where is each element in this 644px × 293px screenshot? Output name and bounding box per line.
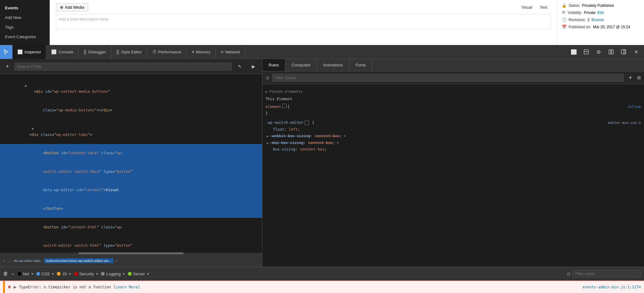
expand-triangle[interactable]: ▶ <box>25 83 27 88</box>
wp-content-area: ⊕ Add Media Visual Text Add a brief desc… <box>50 0 557 45</box>
colon-2: : <box>310 133 315 140</box>
css-rule-element: element { inline } <box>265 104 641 117</box>
logging-arrow[interactable]: ▼ <box>122 272 125 276</box>
semicolon-4: ; <box>324 146 327 153</box>
search-html-input[interactable] <box>14 63 232 70</box>
server-arrow[interactable]: ▼ <box>147 272 150 276</box>
security-dot <box>74 272 78 276</box>
security-arrow[interactable]: ▼ <box>95 272 98 276</box>
style-options-button[interactable]: ⊞ <box>637 75 641 80</box>
filter-security[interactable]: Security ▼ <box>74 272 99 276</box>
filter-icon: ⊘ <box>265 75 270 81</box>
tab-network[interactable]: ≡ Network <box>216 45 245 59</box>
sidebar-item-add-new[interactable]: Add New <box>0 13 50 22</box>
close-button[interactable]: ✕ <box>630 46 642 57</box>
css-rule-element-selector-line: element { inline <box>265 104 641 110</box>
settings-button[interactable]: ⚙ <box>593 46 604 57</box>
breadcrumb-item-1[interactable]: div.wp-editor-tabs <box>14 259 41 263</box>
grey-box-element[interactable] <box>282 104 287 108</box>
pseudo-expand[interactable]: ▶ <box>265 89 267 94</box>
css-prop-float: float : left ; <box>265 126 641 133</box>
dock-button[interactable] <box>581 46 592 57</box>
tab-fonts[interactable]: Fonts <box>350 59 373 71</box>
inline-label: inline <box>628 104 641 110</box>
css-dot <box>36 272 40 276</box>
text-tab[interactable]: Text <box>536 4 551 11</box>
filter-css[interactable]: CSS ▼ <box>36 272 55 276</box>
add-media-button[interactable]: ⊕ Add Media <box>56 3 88 11</box>
tab-debugger[interactable]: {} Debugger <box>79 45 111 59</box>
sidebar-item-event-categories[interactable]: Event Categories <box>0 32 50 42</box>
filter-output-input[interactable] <box>573 270 641 277</box>
tab-animations[interactable]: Animations <box>317 59 349 71</box>
element-picker-button[interactable] <box>0 45 12 59</box>
css-selector-wp-switch[interactable]: .wp-switch-editor <box>265 119 304 126</box>
filter-css-label: CSS <box>42 272 50 276</box>
overflow-button[interactable] <box>618 46 629 57</box>
revisions-browse-link[interactable]: Browse <box>592 18 604 22</box>
css-source-wp-switch: editor.min.css:1 <box>608 120 641 126</box>
revisions-label: Revisions: <box>569 18 586 22</box>
clear-console-button[interactable]: 🗑 <box>3 271 8 277</box>
js-arrow[interactable]: ▼ <box>69 272 72 276</box>
prop-float-value[interactable]: left <box>289 126 298 133</box>
svg-rect-3 <box>611 50 613 54</box>
sidebar-item-tags[interactable]: Tags <box>0 22 50 32</box>
prop-webkit-value[interactable]: content-box <box>315 133 339 140</box>
css-arrow[interactable]: ▼ <box>52 272 55 276</box>
prop-box-sizing-name: box-sizing <box>267 146 295 153</box>
tab-inspector-label: Inspector <box>25 50 41 54</box>
error-indicator-bar <box>3 281 5 293</box>
error-learn-more-link[interactable]: [Learn More] <box>113 285 140 289</box>
devtools: ⬜ Inspector ⬜ Console {} Debugger {} Sty… <box>0 45 644 293</box>
tab-rules[interactable]: Rules <box>262 59 285 71</box>
published-icon: 📅 <box>562 25 567 29</box>
filter-net[interactable]: Net ▼ <box>18 272 34 276</box>
filter-server[interactable]: Server ▼ <box>128 272 150 276</box>
breadcrumb-back[interactable]: ‹ <box>2 259 6 263</box>
tab-computed[interactable]: Computed <box>285 59 317 71</box>
scroll-indicator <box>0 252 262 254</box>
wp-right-panel: 🔒 Status: Privately Published 👁 Visibili… <box>557 0 644 45</box>
wp-description[interactable]: Add a brief description here. <box>56 14 551 29</box>
visibility-edit-link[interactable]: Edit <box>597 11 604 15</box>
split-button[interactable] <box>605 46 617 57</box>
filter-js[interactable]: JS ▼ <box>57 272 71 276</box>
prop-box-sizing-value[interactable]: content-box <box>300 146 324 153</box>
add-media-icon: ⊕ <box>60 5 63 10</box>
visual-tab[interactable]: Visual <box>518 4 536 11</box>
html-line-selected[interactable]: <button id="content-tmce" class="wp- <box>0 144 262 163</box>
filter-icon-webkit: ⊘ <box>343 133 346 140</box>
play-button[interactable]: ▶ <box>248 61 259 72</box>
breadcrumb-forward[interactable]: › <box>115 259 118 263</box>
logging-dot <box>101 272 105 276</box>
breadcrumb-ellipsis: ... <box>7 259 10 263</box>
grey-box-wp-switch[interactable] <box>305 121 309 125</box>
responsive-button[interactable]: ⬜ <box>568 46 579 57</box>
net-arrow[interactable]: ▼ <box>31 272 34 276</box>
tab-style-editor[interactable]: {} Style Editor <box>111 45 147 59</box>
filter-logging[interactable]: Logging ▼ <box>101 272 125 276</box>
tab-style-editor-label: Style Editor <box>121 50 142 54</box>
breadcrumb-item-2-selected[interactable]: button#content-tmce.wp-switch-editor.swi… <box>44 258 113 263</box>
filter-styles-input[interactable] <box>272 74 624 82</box>
error-expand-icon[interactable]: ▶ <box>14 285 16 289</box>
expand-triangle[interactable]: ▼ <box>32 127 34 131</box>
tab-memory[interactable]: ≡ Memory <box>187 45 216 59</box>
this-element-label: This Element <box>265 96 641 102</box>
inspector-icon: ⬜ <box>17 49 23 54</box>
semicolon-2: ; <box>339 133 342 140</box>
spacer <box>265 117 641 119</box>
prop-moz-value[interactable]: content-box <box>308 140 333 146</box>
sidebar-item-events[interactable]: Events <box>0 3 50 13</box>
semicolon-3: ; <box>333 140 335 146</box>
tab-console[interactable]: ⬜ Console <box>46 45 79 59</box>
html-search-bar: + ✎ ▶ <box>0 59 262 74</box>
error-type: TypeError: <box>19 285 41 289</box>
tab-inspector[interactable]: ⬜ Inspector <box>12 45 46 59</box>
tab-performance[interactable]: ⏱ Performance <box>147 45 187 59</box>
error-close-icon[interactable]: ✕ <box>7 285 11 290</box>
add-style-button[interactable]: + <box>626 73 635 82</box>
html-add-button[interactable]: + <box>3 62 12 71</box>
edit-html-button[interactable]: ✎ <box>234 61 245 72</box>
